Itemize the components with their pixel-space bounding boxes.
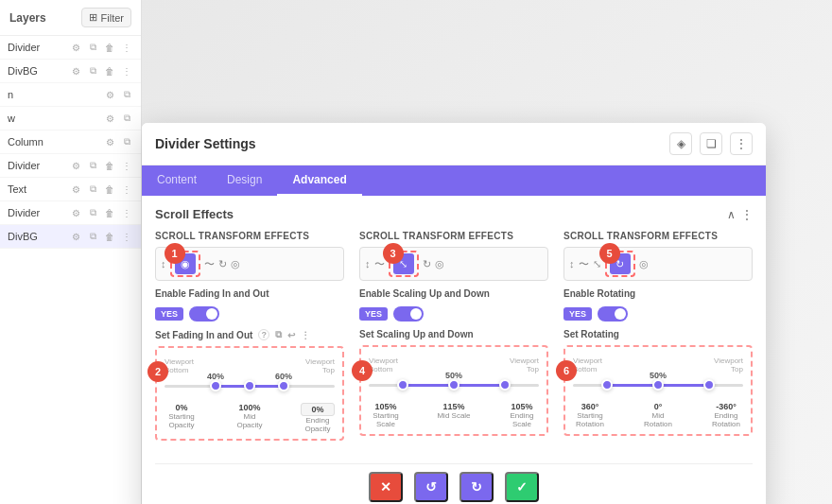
end-rotation-num: -360° — [709, 402, 743, 411]
question-icon[interactable]: ? — [258, 329, 269, 340]
layer-item-divider1[interactable]: Divider ⚙ ⧉ 🗑 ⋮ — [0, 36, 141, 60]
more-icon[interactable]: ⋮ — [120, 182, 133, 196]
effect-wave-icon-2[interactable]: 〜 — [374, 257, 385, 271]
trash-icon[interactable]: 🗑 — [103, 159, 116, 172]
settings-icon-1[interactable]: ◈ — [669, 132, 692, 155]
copy-icon[interactable]: ⧉ — [86, 159, 99, 172]
copy-icon[interactable]: ⧉ — [86, 64, 99, 78]
slider-thumb-mid-1[interactable] — [244, 380, 255, 391]
copy-icon[interactable]: ⧉ — [120, 135, 133, 148]
more-icon[interactable]: ⋮ — [120, 230, 133, 243]
gear-icon[interactable]: ⚙ — [103, 112, 116, 125]
mid-rotation-col: 0° MidRotation — [641, 402, 675, 428]
copy-icon[interactable]: ⧉ — [86, 230, 99, 243]
gear-icon[interactable]: ⚙ — [103, 88, 116, 101]
layer-item-text[interactable]: Text ⚙ ⧉ 🗑 ⋮ — [0, 178, 141, 201]
trash-icon[interactable]: 🗑 — [103, 182, 116, 196]
copy-icon[interactable]: ⧉ — [120, 88, 133, 101]
effect-scale-icon-3[interactable]: ⤡ — [593, 258, 601, 270]
redo-button[interactable]: ↻ — [459, 472, 494, 502]
gear-icon[interactable]: ⚙ — [69, 206, 82, 219]
set-rotating-header: Set Rotating — [563, 329, 753, 339]
slider-thumb-left-1[interactable] — [210, 380, 221, 391]
layer-name: Divider — [8, 160, 40, 171]
layer-item-column[interactable]: Column ⚙ ⧉ — [0, 130, 141, 154]
layer-item-divider2[interactable]: Divider ⚙ ⧉ 🗑 ⋮ — [0, 154, 141, 178]
viewport-top-label-2: ViewportTop — [510, 356, 539, 374]
layer-icons: ⚙ ⧉ 🗑 ⋮ — [69, 159, 133, 172]
slider-thumb-mid-2[interactable] — [448, 379, 459, 391]
slider-thumb-right-2[interactable] — [499, 379, 511, 391]
trash-icon[interactable]: 🗑 — [103, 230, 116, 243]
effect-wave-icon-1[interactable]: 〜 — [204, 257, 215, 271]
end-opacity-lbl: EndingOpacity — [301, 416, 335, 433]
gear-icon[interactable]: ⚙ — [69, 64, 82, 78]
more-icon[interactable]: ⋮ — [120, 64, 133, 78]
tab-design[interactable]: Design — [212, 165, 277, 196]
dots-icon[interactable]: ⋮ — [301, 330, 310, 340]
cancel-button[interactable]: ✕ — [369, 472, 403, 502]
tab-advanced[interactable]: Advanced — [277, 165, 361, 196]
rotating-slider-area: ViewportBottom ViewportTop 50% — [563, 345, 753, 436]
filter-label: Filter — [101, 12, 124, 24]
chevron-up-icon[interactable]: ∧ — [727, 208, 736, 221]
effect-arrows-icon-3[interactable]: ↕ — [569, 258, 575, 269]
effect-arrows-icon-2[interactable]: ↕ — [365, 258, 371, 269]
more-icon[interactable]: ⋮ — [120, 206, 133, 219]
filter-button[interactable]: ⊞ Filter — [81, 8, 131, 27]
effect-arrows-icon[interactable]: ↕ — [161, 258, 166, 269]
effect-drop-icon-2[interactable]: ◎ — [435, 258, 444, 270]
enable-rotating-row: Enable Rotating — [563, 288, 753, 299]
col1-label: Scroll Transform Effects — [155, 231, 344, 241]
effect-rotate-icon-2[interactable]: ↻ — [423, 258, 431, 270]
settings-icon-3[interactable]: ⋮ — [730, 132, 753, 155]
tab-content[interactable]: Content — [142, 165, 212, 196]
slider-thumb-mid-3[interactable] — [652, 379, 664, 391]
slider-thumb-left-3[interactable] — [601, 379, 613, 391]
settings-tabs: Content Design Advanced — [142, 165, 766, 196]
undo-sm-icon[interactable]: ↩ — [287, 330, 295, 340]
toggle-rotating[interactable] — [598, 306, 628, 322]
slider-thumb-right-3[interactable] — [703, 379, 715, 391]
gear-icon[interactable]: ⚙ — [69, 41, 82, 54]
percent-50-rotating: 50% — [650, 371, 667, 380]
layer-name: Text — [8, 183, 26, 195]
effect-rotate-icon-1[interactable]: ↻ — [218, 258, 227, 270]
badge-1: 1 — [165, 243, 185, 264]
gear-icon[interactable]: ⚙ — [69, 230, 82, 243]
save-button[interactable]: ✓ — [505, 472, 539, 502]
gear-icon[interactable]: ⚙ — [69, 159, 82, 172]
layer-item-divbg1[interactable]: DivBG ⚙ ⧉ 🗑 ⋮ — [0, 60, 141, 83]
copy-icon[interactable]: ⧉ — [86, 206, 99, 219]
effect-drop-icon-1[interactable]: ◎ — [231, 258, 240, 270]
toggle-scaling[interactable] — [393, 306, 424, 322]
slider-thumb-right-1[interactable] — [278, 380, 289, 391]
effect-wave-icon-3[interactable]: 〜 — [579, 257, 589, 271]
start-rotation-num: 360° — [573, 402, 607, 411]
gear-icon[interactable]: ⚙ — [103, 135, 116, 148]
settings-icon-2[interactable]: ❏ — [700, 132, 722, 155]
trash-icon[interactable]: 🗑 — [103, 41, 116, 54]
trash-icon[interactable]: 🗑 — [103, 206, 116, 219]
layer-item-divider3[interactable]: Divider ⚙ ⧉ 🗑 ⋮ — [0, 201, 141, 225]
trash-icon[interactable]: 🗑 — [103, 64, 116, 78]
undo-button[interactable]: ↺ — [414, 472, 448, 502]
fading-slider-area: ViewportBottom ViewportTop 40% 60% — [155, 346, 344, 441]
section-more-icon[interactable]: ⋮ — [741, 208, 753, 221]
layer-item-w[interactable]: w ⚙ ⧉ — [0, 107, 141, 130]
layer-item-divbg2[interactable]: DivBG ⚙ ⧉ 🗑 ⋮ — [0, 225, 141, 249]
copy-icon[interactable]: ⧉ — [86, 182, 99, 196]
toggle-fading[interactable] — [189, 306, 219, 322]
copy-icon[interactable]: ⧉ — [120, 112, 133, 125]
copy-sm-icon[interactable]: ⧉ — [275, 329, 282, 340]
gear-icon[interactable]: ⚙ — [69, 182, 82, 196]
col-fading: Scroll Transform Effects ↕ ◉ 1 〜 ↻ ◎ — [155, 231, 344, 460]
layer-item-n[interactable]: n ⚙ ⧉ — [0, 83, 141, 107]
more-icon[interactable]: ⋮ — [120, 159, 133, 172]
effect-drop-icon-3[interactable]: ◎ — [639, 258, 649, 270]
slider-thumb-left-2[interactable] — [397, 379, 408, 391]
enable-scaling-row: Enable Scaling Up and Down — [359, 288, 548, 299]
layer-icons: ⚙ ⧉ 🗑 ⋮ — [69, 64, 133, 78]
more-icon[interactable]: ⋮ — [120, 41, 133, 54]
copy-icon[interactable]: ⧉ — [86, 41, 99, 54]
